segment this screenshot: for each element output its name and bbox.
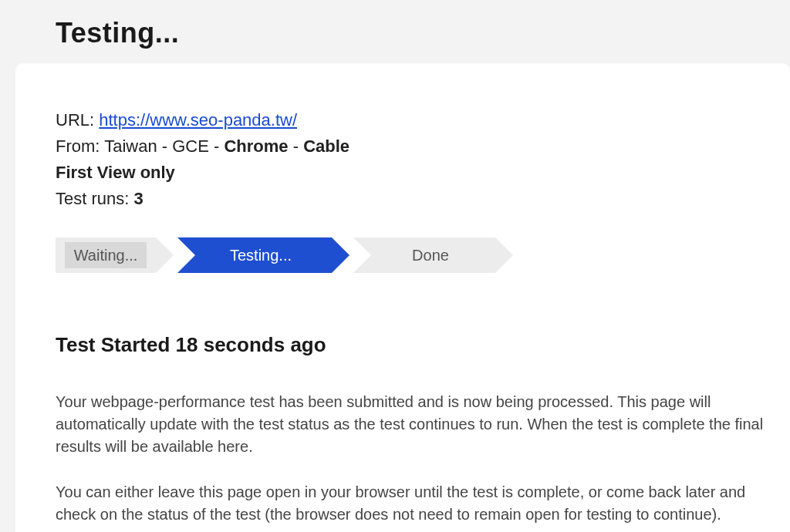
meta-runs-line: Test runs: 3 xyxy=(56,187,790,211)
status-body: Your webpage-performance test has been s… xyxy=(56,391,790,526)
status-para-1: Your webpage-performance test has been s… xyxy=(56,391,790,458)
status-para-2: You can either leave this page open in y… xyxy=(56,481,790,526)
meta-url-line: URL: https://www.seo-panda.tw/ xyxy=(56,108,790,133)
meta-from-line: From: Taiwan - GCE - Chrome - Cable xyxy=(56,134,790,159)
progress-step-waiting: Waiting... xyxy=(56,237,156,273)
page-title: Testing... xyxy=(0,0,790,63)
runs-count: 3 xyxy=(134,189,143,208)
test-card: URL: https://www.seo-panda.tw/ From: Tai… xyxy=(15,63,790,532)
url-link[interactable]: https://www.seo-panda.tw/ xyxy=(99,110,297,130)
from-location: Taiwan - GCE xyxy=(104,136,209,156)
progress-step-testing: Testing... xyxy=(177,237,332,273)
meta-view-mode: First View only xyxy=(56,160,790,185)
from-browser: Chrome xyxy=(224,136,288,156)
url-label: URL: xyxy=(56,110,94,130)
status-heading: Test Started 18 seconds ago xyxy=(56,333,790,357)
progress-step-done: Done xyxy=(353,237,495,273)
from-label: From: xyxy=(56,136,100,156)
progress-bar: Waiting... Testing... Done xyxy=(56,237,790,273)
meta-block: URL: https://www.seo-panda.tw/ From: Tai… xyxy=(56,108,790,211)
progress-step-testing-label: Testing... xyxy=(230,247,292,264)
page-root: Testing... URL: https://www.seo-panda.tw… xyxy=(0,0,790,532)
from-connection: Cable xyxy=(303,136,349,156)
runs-label: Test runs: xyxy=(56,189,129,208)
progress-step-waiting-label: Waiting... xyxy=(65,242,147,268)
progress-step-done-label: Done xyxy=(412,247,449,264)
